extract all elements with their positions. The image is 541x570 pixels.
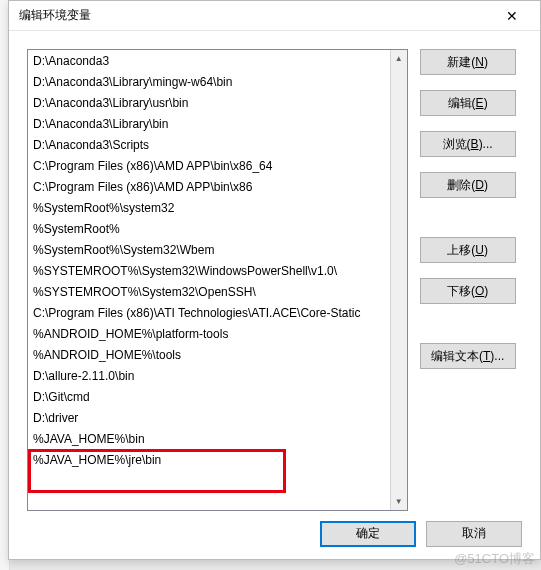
scroll-track[interactable] — [391, 67, 407, 493]
edittext-button[interactable]: 编辑文本(T)... — [420, 343, 516, 369]
moveup-button[interactable]: 上移(U) — [420, 237, 516, 263]
list-item[interactable]: %SYSTEMROOT%\System32\OpenSSH\ — [29, 282, 406, 303]
list-item[interactable]: D:\Git\cmd — [29, 387, 406, 408]
list-item[interactable]: D:\Anaconda3\Library\usr\bin — [29, 93, 406, 114]
list-item[interactable]: C:\Program Files (x86)\AMD APP\bin\x86 — [29, 177, 406, 198]
close-button[interactable]: ✕ — [492, 2, 532, 30]
delete-button[interactable]: 删除(D) — [420, 172, 516, 198]
scrollbar[interactable]: ▲ ▼ — [390, 50, 407, 510]
browse-button[interactable]: 浏览(B)... — [420, 131, 516, 157]
list-item[interactable]: C:\Program Files (x86)\ATI Technologies\… — [29, 303, 406, 324]
list-item[interactable]: D:\Anaconda3\Library\mingw-w64\bin — [29, 72, 406, 93]
list-item[interactable]: %ANDROID_HOME%\platform-tools — [29, 324, 406, 345]
edit-button[interactable]: 编辑(E) — [420, 90, 516, 116]
path-listbox[interactable]: D:\Anaconda3D:\Anaconda3\Library\mingw-w… — [27, 49, 408, 511]
list-item[interactable]: %SYSTEMROOT%\System32\WindowsPowerShell\… — [29, 261, 406, 282]
dialog-title: 编辑环境变量 — [19, 7, 91, 24]
dialog-content: D:\Anaconda3D:\Anaconda3\Library\mingw-w… — [9, 31, 540, 521]
list-item[interactable]: C:\Program Files (x86)\AMD APP\bin\x86_6… — [29, 156, 406, 177]
list-item[interactable]: %SystemRoot%\System32\Wbem — [29, 240, 406, 261]
close-icon: ✕ — [506, 8, 518, 24]
dialog-footer: 确定 取消 — [9, 517, 540, 559]
list-item[interactable]: %JAVA_HOME%\jre\bin — [29, 450, 406, 471]
side-button-panel: 新建(N) 编辑(E) 浏览(B)... 删除(D) 上移(U) 下移(O) 编… — [420, 49, 522, 507]
titlebar: 编辑环境变量 ✕ — [9, 1, 540, 31]
list-item[interactable]: %JAVA_HOME%\bin — [29, 429, 406, 450]
scroll-up-icon[interactable]: ▲ — [391, 50, 407, 67]
list-item[interactable]: D:\Anaconda3\Library\bin — [29, 114, 406, 135]
cancel-button[interactable]: 取消 — [426, 521, 522, 547]
list-item[interactable]: D:\Anaconda3 — [29, 51, 406, 72]
list-item[interactable]: %SystemRoot% — [29, 219, 406, 240]
list-item[interactable]: D:\Anaconda3\Scripts — [29, 135, 406, 156]
new-button[interactable]: 新建(N) — [420, 49, 516, 75]
list-item[interactable]: %ANDROID_HOME%\tools — [29, 345, 406, 366]
edit-env-dialog: 编辑环境变量 ✕ D:\Anaconda3D:\Anaconda3\Librar… — [8, 0, 541, 560]
list-item[interactable]: D:\driver — [29, 408, 406, 429]
list-item[interactable]: %SystemRoot%\system32 — [29, 198, 406, 219]
list-item[interactable]: D:\allure-2.11.0\bin — [29, 366, 406, 387]
ok-button[interactable]: 确定 — [320, 521, 416, 547]
movedown-button[interactable]: 下移(O) — [420, 278, 516, 304]
scroll-down-icon[interactable]: ▼ — [391, 493, 407, 510]
